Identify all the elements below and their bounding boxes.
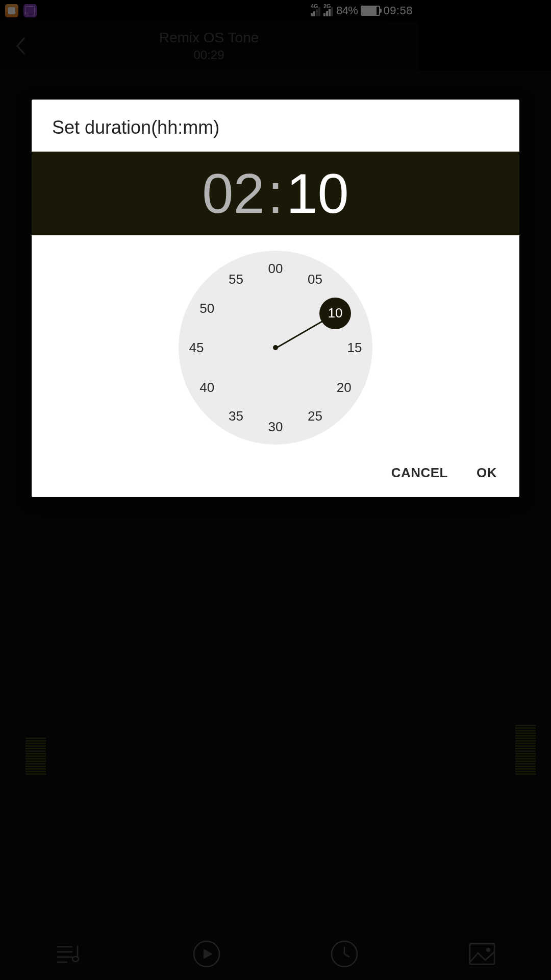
clock-tick-45[interactable]: 45 (189, 340, 204, 356)
clock-tick-25[interactable]: 25 (308, 408, 322, 424)
clock-tick-30[interactable]: 30 (268, 419, 283, 435)
clock-tick-20[interactable]: 20 (337, 379, 352, 395)
clock-tick-55[interactable]: 55 (229, 271, 243, 287)
clock-tick-40[interactable]: 40 (199, 379, 214, 395)
clock-tick-35[interactable]: 35 (229, 408, 243, 424)
time-display: 02 : 10 (32, 152, 418, 235)
clock-tick-05[interactable]: 05 (308, 271, 322, 287)
cancel-button[interactable]: CANCEL (391, 465, 418, 481)
clock-face[interactable]: 10 000510152025303540455055 (179, 251, 372, 445)
dialog-title: Set duration(hh:mm) (32, 100, 418, 152)
clock-tick-15[interactable]: 15 (347, 340, 362, 356)
time-colon: : (268, 165, 284, 222)
dialog-actions: CANCEL OK (32, 455, 418, 497)
clock-center-dot (273, 345, 278, 350)
clock-face-container: 10 000510152025303540455055 (32, 235, 418, 455)
clock-tick-50[interactable]: 50 (199, 300, 214, 316)
clock-selection-knob[interactable]: 10 (319, 298, 351, 329)
minutes-value[interactable]: 10 (286, 165, 348, 222)
duration-dialog: Set duration(hh:mm) 02 : 10 10 000510152… (32, 100, 418, 497)
clock-tick-00[interactable]: 00 (268, 261, 283, 277)
hours-value[interactable]: 02 (202, 165, 264, 222)
